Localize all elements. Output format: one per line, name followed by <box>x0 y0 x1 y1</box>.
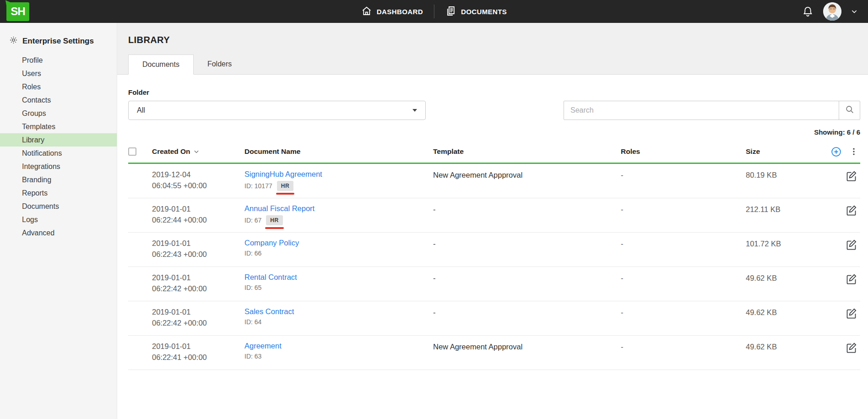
edit-document-button[interactable] <box>845 239 857 251</box>
roles-cell: - <box>621 341 746 351</box>
select-all-checkbox[interactable] <box>128 147 136 156</box>
select-caret-icon <box>412 109 417 112</box>
row-actions-cell <box>830 203 860 217</box>
nav-dashboard-label: DASHBOARD <box>377 8 423 16</box>
document-name-cell: Rental Contract ID: 65 <box>244 272 433 291</box>
signinghub-logo[interactable]: SH <box>6 2 29 21</box>
folder-filter: Folder All <box>128 88 426 120</box>
sidebar-item-documents[interactable]: Documents <box>0 200 117 213</box>
document-name-link[interactable]: Sales Contract <box>244 306 294 316</box>
created-on-cell: 2019-01-01 06:22:43 +00:00 <box>152 238 244 260</box>
header-actions-cell <box>830 146 860 158</box>
hr-badge: HR <box>277 181 293 191</box>
sidebar-item-logs[interactable]: Logs <box>0 213 117 226</box>
size-cell: 80.19 KB <box>746 169 830 180</box>
row-actions-cell <box>830 169 860 182</box>
documents-table: Created On Document Name Template Roles … <box>128 141 860 370</box>
account-chevron-down-icon[interactable] <box>851 8 858 15</box>
logo-text: SH <box>11 5 25 18</box>
roles-cell: - <box>621 272 746 283</box>
document-name-cell: Annual Fiscal Report ID: 67 HR <box>244 203 433 225</box>
column-created-on-label: Created On <box>152 147 190 156</box>
sidebar-item-groups[interactable]: Groups <box>0 107 117 120</box>
tab-documents[interactable]: Documents <box>128 54 194 75</box>
edit-document-button[interactable] <box>845 342 857 354</box>
home-icon <box>361 5 372 18</box>
sidebar-item-reports[interactable]: Reports <box>0 186 117 200</box>
column-created-on[interactable]: Created On <box>152 147 244 156</box>
folder-select[interactable]: All <box>128 101 426 120</box>
topbar-right <box>802 2 868 21</box>
document-id: ID: 66 <box>244 250 261 257</box>
size-cell: 49.62 KB <box>746 306 830 317</box>
sidebar-item-users[interactable]: Users <box>0 67 117 80</box>
template-cell: - <box>433 203 621 214</box>
document-name-link[interactable]: Company Policy <box>244 238 299 248</box>
column-template[interactable]: Template <box>433 147 621 156</box>
sidebar-item-branding[interactable]: Branding <box>0 173 117 186</box>
document-name-link[interactable]: SigningHub Agreement <box>244 169 322 179</box>
table-row: 2019-01-01 06:22:43 +00:00 Company Polic… <box>128 233 860 267</box>
sidebar-item-advanced[interactable]: Advanced <box>0 226 117 239</box>
sidebar-item-contacts[interactable]: Contacts <box>0 93 117 107</box>
tab-folders[interactable]: Folders <box>194 54 245 75</box>
document-name-link[interactable]: Agreement <box>244 341 282 351</box>
template-cell: - <box>433 306 621 317</box>
hr-badge: HR <box>266 215 282 225</box>
document-name-link[interactable]: Annual Fiscal Report <box>244 203 315 213</box>
user-avatar[interactable] <box>823 2 841 21</box>
showing-count: Showing: 6 / 6 <box>117 120 868 136</box>
search-box <box>564 101 860 120</box>
edit-document-button[interactable] <box>845 204 857 217</box>
template-cell: New Agreement Appproval <box>433 169 621 180</box>
row-actions-cell <box>830 238 860 251</box>
header-checkbox-cell <box>128 147 152 156</box>
filter-row: Folder All <box>117 75 868 120</box>
badge-red-underline <box>265 227 283 229</box>
column-size[interactable]: Size <box>746 147 830 156</box>
sidebar-item-notifications[interactable]: Notifications <box>0 147 117 160</box>
row-actions-cell <box>830 341 860 354</box>
document-name-cell: Sales Contract ID: 64 <box>244 306 433 326</box>
column-roles[interactable]: Roles <box>621 147 746 156</box>
template-cell: - <box>433 238 621 248</box>
sort-chevron-down-icon <box>193 148 200 155</box>
created-on-cell: 2019-01-01 06:22:42 +00:00 <box>152 306 244 328</box>
created-on-cell: 2019-01-01 06:22:42 +00:00 <box>152 272 244 294</box>
page-title: LIBRARY <box>117 23 868 45</box>
row-actions-cell <box>830 306 860 320</box>
size-cell: 49.62 KB <box>746 272 830 283</box>
more-options-button[interactable] <box>849 147 858 156</box>
size-cell: 101.72 KB <box>746 238 830 248</box>
sidebar-item-integrations[interactable]: Integrations <box>0 160 117 173</box>
search-input[interactable] <box>564 101 839 120</box>
edit-document-button[interactable] <box>845 273 857 285</box>
nav-documents[interactable]: DOCUMENTS <box>434 0 518 23</box>
sidebar-item-library[interactable]: Library <box>0 133 117 147</box>
document-id: ID: 63 <box>244 353 261 360</box>
template-cell: - <box>433 272 621 283</box>
document-name-link[interactable]: Rental Contract <box>244 272 297 282</box>
edit-document-button[interactable] <box>845 170 857 182</box>
table-row: 2019-12-04 06:04:55 +00:00 SigningHub Ag… <box>128 164 860 198</box>
created-on-cell: 2019-01-01 06:22:41 +00:00 <box>152 341 244 363</box>
roles-cell: - <box>621 203 746 214</box>
document-name-cell: Company Policy ID: 66 <box>244 238 433 257</box>
table-header-row: Created On Document Name Template Roles … <box>128 141 860 163</box>
sidebar-title: Enterprise Settings <box>22 37 94 46</box>
column-document-name[interactable]: Document Name <box>244 147 433 156</box>
edit-document-button[interactable] <box>845 307 857 320</box>
top-navigation: DASHBOARD DOCUMENTS <box>350 0 518 23</box>
search-button[interactable] <box>839 101 860 120</box>
nav-dashboard[interactable]: DASHBOARD <box>350 0 434 23</box>
document-id: ID: 64 <box>244 318 261 326</box>
template-cell: New Agreement Appproval <box>433 341 621 351</box>
main-header: LIBRARY Documents Folders <box>117 23 868 75</box>
sidebar-item-roles[interactable]: Roles <box>0 80 117 93</box>
notifications-bell-icon[interactable] <box>802 5 814 18</box>
add-document-button[interactable] <box>830 146 842 158</box>
table-body: 2019-12-04 06:04:55 +00:00 SigningHub Ag… <box>128 164 860 370</box>
sidebar-item-templates[interactable]: Templates <box>0 120 117 133</box>
created-on-cell: 2019-01-01 06:22:44 +00:00 <box>152 203 244 225</box>
sidebar-item-profile[interactable]: Profile <box>0 54 117 67</box>
